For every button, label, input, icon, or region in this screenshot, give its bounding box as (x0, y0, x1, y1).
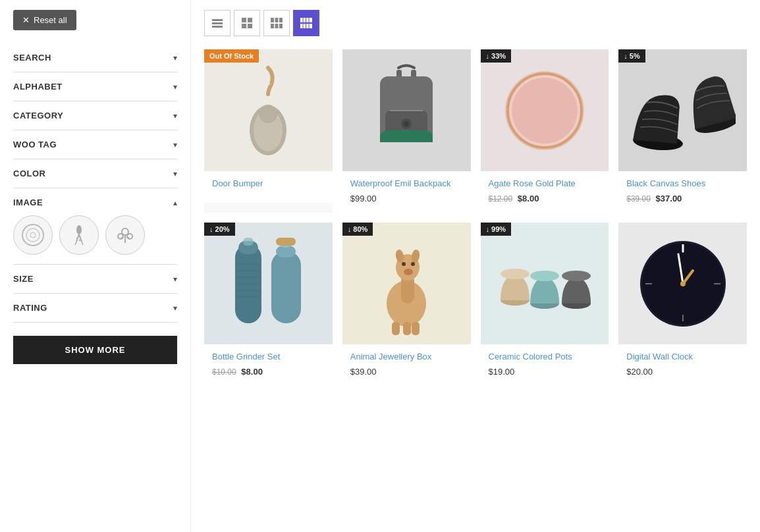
image-thumb-3[interactable] (105, 215, 145, 255)
grid3-view-button[interactable] (263, 10, 290, 36)
reset-label: Reset all (34, 15, 67, 25)
price-old: $10.00 (212, 367, 236, 377)
svg-rect-48 (380, 130, 433, 142)
list-view-button[interactable] (204, 10, 231, 36)
filter-alphabet[interactable]: ALPHABET ▾ (13, 72, 177, 101)
svg-point-73 (402, 262, 406, 266)
chevron-down-icon: ▾ (173, 275, 177, 284)
product-name[interactable]: Door Bumper (212, 178, 325, 190)
svg-point-12 (118, 234, 123, 239)
product-name[interactable]: Bottle Grinder Set (212, 351, 325, 363)
product-card: ↓ 99% (481, 223, 609, 386)
svg-rect-25 (279, 18, 283, 22)
filter-image[interactable]: IMAGE ▴ (13, 188, 177, 265)
svg-rect-35 (306, 24, 309, 28)
svg-point-74 (411, 262, 415, 266)
product-name[interactable]: Waterproof Emil Backpack (350, 178, 463, 190)
price-value: $39.00 (350, 367, 377, 377)
reset-all-button[interactable]: ✕ Reset all (13, 10, 76, 30)
grid2-view-button[interactable] (234, 10, 260, 36)
filter-image-label: IMAGE (13, 198, 43, 207)
svg-rect-64 (271, 251, 301, 323)
svg-rect-19 (242, 18, 246, 22)
filter-category[interactable]: CATEGORY ▾ (13, 101, 177, 130)
chevron-down-icon: ▾ (173, 53, 177, 63)
chevron-down-icon: ▾ (173, 111, 177, 120)
svg-rect-57 (243, 238, 254, 246)
chevron-down-icon: ▾ (173, 82, 177, 92)
product-card: Waterproof Emil Backpack $99.00 (342, 49, 471, 213)
product-price: $99.00 (350, 194, 463, 203)
price-value: $20.00 (626, 367, 653, 377)
product-info: Door Bumper (204, 171, 333, 203)
product-image: ↓ 20% (204, 223, 333, 344)
discount-badge: ↓ 99% (481, 223, 512, 236)
product-name[interactable]: Agate Rose Gold Plate (489, 178, 601, 190)
svg-point-0 (22, 225, 43, 246)
product-info: Bottle Grinder Set $10.00 $8.00 (204, 344, 333, 386)
svg-line-6 (75, 242, 76, 245)
product-image (342, 49, 471, 171)
filter-color-label: COLOR (13, 169, 45, 178)
svg-rect-36 (310, 24, 313, 28)
image-thumb-2[interactable] (59, 215, 99, 255)
discount-badge: ↓ 80% (342, 223, 373, 236)
product-name[interactable]: Digital Wall Clock (626, 351, 739, 363)
product-image: ↓ 80% (342, 223, 471, 344)
svg-point-46 (404, 121, 409, 126)
product-price: $39.00 $37.00 (626, 194, 739, 203)
svg-rect-77 (403, 322, 411, 335)
svg-rect-76 (392, 322, 400, 335)
product-card: ↓ 33% Agate Rose Gold Plate $12.00 $8.00 (481, 49, 609, 213)
svg-rect-27 (275, 24, 279, 28)
filter-alphabet-label: ALPHABET (13, 82, 63, 92)
product-card: ↓ 20% (204, 223, 333, 386)
image-thumb-1[interactable] (13, 215, 53, 255)
svg-point-51 (512, 78, 578, 144)
product-image: Out Of Stock (204, 49, 333, 171)
svg-rect-31 (306, 18, 309, 22)
filter-category-label: CATEGORY (13, 111, 63, 120)
svg-rect-16 (212, 19, 223, 21)
svg-point-82 (530, 271, 559, 281)
products-grid: Out Of Stock Door Bumper (204, 49, 747, 386)
svg-rect-17 (212, 22, 223, 24)
price-old: $39.00 (626, 194, 651, 203)
svg-point-80 (501, 269, 529, 279)
chevron-down-icon: ▾ (173, 140, 177, 149)
image-filter-thumbnails (13, 215, 177, 255)
svg-point-75 (404, 269, 413, 275)
filter-color[interactable]: COLOR ▾ (13, 159, 177, 188)
product-name[interactable]: Animal Jewellery Box (350, 351, 463, 363)
discount-badge: ↓ 20% (204, 223, 235, 236)
svg-point-9 (79, 240, 81, 242)
product-name[interactable]: Ceramic Colored Pots (489, 351, 601, 363)
product-name[interactable]: Black Canvas Shoes (626, 178, 739, 190)
svg-rect-34 (304, 24, 306, 28)
filter-size-label: SIZE (13, 274, 34, 284)
product-image (618, 223, 747, 344)
price-old: $12.00 (489, 194, 513, 203)
price-new: $8.00 (518, 194, 539, 203)
svg-point-1 (26, 228, 40, 242)
out-of-stock-badge: Out Of Stock (204, 49, 259, 63)
close-icon: ✕ (22, 15, 30, 25)
svg-rect-21 (242, 24, 246, 28)
svg-rect-29 (300, 18, 303, 22)
svg-line-7 (82, 242, 83, 245)
svg-rect-23 (271, 18, 274, 22)
filter-rating[interactable]: RATING ▾ (13, 294, 177, 323)
grid4-view-button[interactable] (293, 10, 319, 36)
product-card: ↓ 5% (618, 49, 747, 213)
filter-size[interactable]: SIZE ▾ (13, 265, 177, 294)
svg-rect-18 (212, 26, 223, 28)
product-card: ↓ 80% (342, 223, 471, 386)
show-more-button[interactable]: SHOW MORE (13, 336, 177, 364)
price-new: $8.00 (241, 367, 263, 377)
price-new: $37.00 (656, 194, 682, 203)
filter-woo-tag[interactable]: WOO TAG ▾ (13, 130, 177, 159)
product-price: $10.00 $8.00 (212, 367, 325, 377)
svg-rect-30 (304, 18, 306, 22)
svg-rect-22 (248, 24, 252, 28)
filter-search[interactable]: SEARCH ▾ (13, 43, 177, 72)
